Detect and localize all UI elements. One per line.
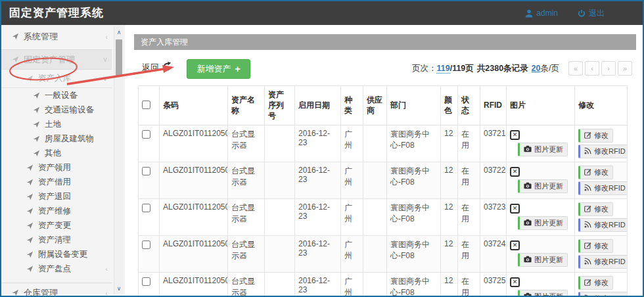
cell-dept: 寰图商务中心-F08 (387, 162, 441, 198)
edit-button[interactable]: 修改 (578, 129, 613, 143)
cell-checkbox (139, 162, 160, 198)
sidebar-item-label: 资产领用 (38, 162, 108, 173)
scroll-up-icon[interactable]: ∧ (114, 28, 124, 37)
chevron-icon: ‹ (105, 33, 112, 41)
edit-rfid-button[interactable]: 修改RFID (578, 181, 628, 195)
sidebar-item-attached-equipment-change[interactable]: 附属设备变更 (1, 247, 112, 262)
cell-date: 2016-12-23 (295, 272, 341, 297)
edit-rfid-button[interactable]: 修改RFID (578, 255, 628, 269)
pagination: 页次： 119 /119页 共2380条记录 20 条/页 « ‹ › » (412, 61, 632, 76)
sidebar-item-fixed-asset-management[interactable]: 固定资产管理 ∨ (1, 49, 112, 70)
sidebar-item-transport-equipment[interactable]: 交通运输设备 (1, 103, 112, 117)
sidebar-item-asset-return[interactable]: 资产退回 (1, 189, 112, 204)
edit-rfid-label: 修改RFID (594, 220, 626, 230)
cell-status: 在用 (458, 162, 480, 198)
broken-image-icon: ✕ (510, 167, 520, 177)
image-update-button[interactable]: 图片更新 (518, 179, 568, 193)
paper-plane-icon (33, 106, 40, 114)
sidebar-item-label: 一般设备 (45, 90, 108, 101)
header-type: 种类 (341, 86, 363, 126)
sidebar-scrollbar[interactable]: ∧ ∨ (114, 26, 124, 294)
edit-rfid-button[interactable]: 修改RFID (578, 145, 628, 158)
broken-image-icon: ✕ (510, 130, 520, 140)
row-checkbox[interactable] (142, 240, 150, 249)
cell-serial (265, 162, 295, 198)
sidebar-item-warehouse-management[interactable]: 仓库管理 ‹ (1, 283, 112, 297)
paper-plane-icon (26, 208, 34, 215)
paper-plane-icon (12, 56, 19, 63)
image-update-button[interactable]: 图片更新 (518, 216, 568, 230)
cell-date: 2016-12-23 (295, 162, 341, 198)
sidebar-item-system-management[interactable]: 系统管理 ‹ (1, 28, 112, 45)
edit-button[interactable]: 修改 (578, 239, 613, 253)
edit-rfid-button[interactable]: 修改RFID (578, 218, 628, 232)
add-asset-button[interactable]: 新增资产 + (187, 59, 250, 79)
sidebar-item-asset-change[interactable]: 资产变更 (1, 218, 112, 233)
row-checkbox[interactable] (142, 277, 150, 286)
image-update-button[interactable]: 图片更新 (518, 253, 568, 267)
scrollbar-thumb[interactable] (116, 39, 122, 76)
sidebar-item-label: 资产退回 (38, 191, 108, 202)
sidebar-item-label: 资产清理 (38, 235, 108, 246)
image-update-button[interactable]: 图片更新 (518, 290, 568, 297)
cell-modify: 修改 修改RFID (575, 235, 628, 272)
prev-page-button[interactable]: ‹ (585, 61, 599, 76)
sidebar-item-land[interactable]: 土地 (1, 117, 112, 131)
cell-status: 在用 (458, 272, 480, 297)
row-checkbox[interactable] (142, 204, 150, 212)
row-checkbox[interactable] (142, 167, 150, 175)
sidebar-item-asset-inventory[interactable]: 资产盘点 ‹ (1, 262, 112, 276)
user-link[interactable]: admin (525, 9, 558, 18)
cell-name: 台式显示器 (228, 162, 265, 198)
sidebar-item-asset-requisition[interactable]: 资产领用 (1, 160, 112, 175)
cell-picture: ✕ 图片更新 (507, 272, 575, 297)
last-page-button[interactable]: » (618, 61, 632, 76)
cell-rfid: 03725 (480, 272, 507, 297)
cell-serial (265, 272, 295, 297)
sidebar-item-asset-cleanup[interactable]: 资产清理 (1, 233, 112, 247)
pager-buttons: « ‹ › » (568, 61, 632, 76)
chevron-icon: ∨ (103, 55, 112, 64)
header-barcode: 条码 (160, 86, 228, 126)
sidebar-item-other[interactable]: 其他 (1, 146, 112, 160)
logout-icon (578, 9, 586, 18)
select-all-checkbox[interactable] (142, 101, 150, 109)
row-checkbox[interactable] (142, 130, 150, 139)
cell-date: 2016-12-23 (295, 235, 341, 272)
next-page-button[interactable]: › (601, 61, 616, 76)
camera-icon (524, 256, 532, 264)
select-all-header (139, 86, 160, 126)
image-update-button[interactable]: 图片更新 (518, 143, 568, 156)
cell-color: 12 (441, 235, 458, 272)
cell-type: 广州 (341, 162, 363, 198)
sidebar-item-buildings[interactable]: 房屋及建筑物 (1, 131, 112, 146)
first-page-button[interactable]: « (568, 61, 583, 76)
edit-label: 修改 (594, 204, 609, 214)
current-page-link[interactable]: 119 (436, 64, 449, 74)
panel-title: 资产入库管理 (134, 34, 636, 50)
sidebar-item-label: 仓库管理 (24, 287, 105, 297)
image-update-label: 图片更新 (534, 218, 563, 228)
cell-type: 广州 (341, 125, 363, 162)
edit-button[interactable]: 修改 (578, 202, 613, 216)
sidebar-item-asset-repair[interactable]: 资产维修 (1, 204, 112, 218)
scroll-down-icon[interactable]: ∨ (114, 284, 124, 293)
edit-rfid-button[interactable]: 修改RFID (578, 292, 628, 297)
sidebar-item-asset-borrow[interactable]: 资产借用 (1, 175, 112, 189)
sidebar-item-label: 资产变更 (38, 220, 108, 231)
add-asset-label: 新增资产 (196, 63, 231, 75)
per-page-link[interactable]: 20 (532, 64, 541, 73)
broken-image-icon: ✕ (510, 277, 520, 287)
sidebar-item-general-equipment[interactable]: 一般设备 (1, 88, 112, 103)
edit-button[interactable]: 修改 (578, 166, 613, 179)
table-row: ALGZ01IT0112050018 台式显示器 2016-12-23 广州 寰… (139, 272, 628, 297)
rfid-icon (584, 258, 591, 266)
logout-link[interactable]: 退出 (578, 8, 605, 19)
back-button[interactable]: 返回 (142, 59, 172, 76)
paper-plane-icon (33, 150, 40, 157)
cell-supplier (363, 198, 387, 235)
image-update-label: 图片更新 (534, 255, 563, 265)
edit-button[interactable]: 修改 (578, 276, 613, 290)
sidebar-item-asset-storage[interactable]: 资产入库 ∨ (1, 70, 112, 88)
image-update-label: 图片更新 (534, 292, 563, 297)
